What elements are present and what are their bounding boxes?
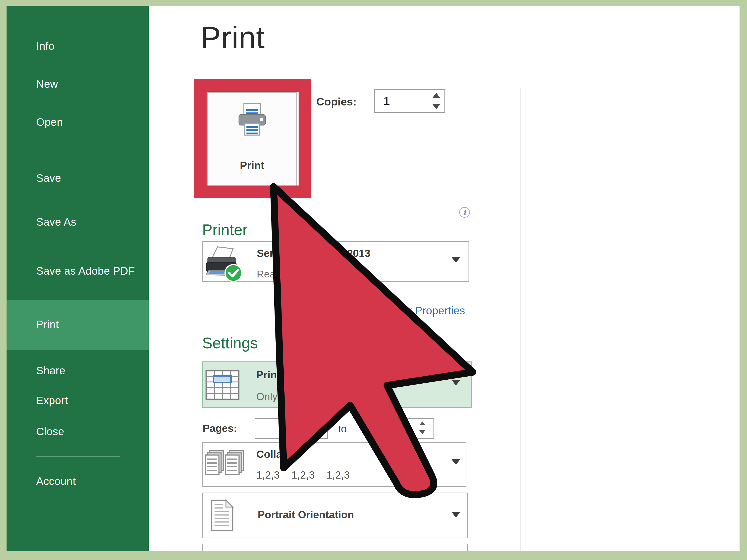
sidebar-item-save[interactable]: Save [36,172,61,184]
copies-value: 1 [383,94,390,108]
sidebar-active-highlight [6,300,149,350]
preview-pane-divider [520,88,520,551]
pages-from-increment-icon[interactable] [312,421,318,425]
sidebar-item-save-as[interactable]: Save As [36,216,76,228]
sidebar-item-print[interactable]: Print [36,318,59,331]
printer-device-icon [205,245,245,283]
page-title: Print [200,20,265,55]
print-what-title: Print Selection [256,369,330,381]
sidebar-divider [36,456,120,457]
sidebar-item-new[interactable]: New [36,78,58,90]
frame-border-top [0,0,747,6]
collation-subtitle: 1,2,3 1,2,3 1,2,3 [256,469,350,481]
printer-name: Send To OneNote 2013 [257,247,370,260]
frame-border-left [0,0,6,560]
sidebar-item-info[interactable]: Info [36,40,55,52]
sidebar-item-account[interactable]: Account [36,475,76,487]
collated-pages-icon [205,450,244,477]
sidebar-item-share[interactable]: Share [36,364,66,377]
sidebar-item-export[interactable]: Export [36,394,68,407]
sheet-selection-icon [205,370,239,400]
printer-section-heading: Printer [202,221,248,239]
sidebar-item-save-as-adobe-pdf[interactable]: Save as Adobe PDF [36,262,148,280]
sidebar-item-close[interactable]: Close [36,425,64,438]
frame-border-bottom [0,551,747,560]
sidebar-item-open[interactable]: Open [36,116,63,128]
pages-to-increment-icon[interactable] [419,421,425,425]
copies-increment-icon[interactable] [432,93,440,98]
annotation-red-rectangle [194,79,311,198]
pages-to-label: to [338,423,347,435]
portrait-document-icon [211,499,234,532]
orientation-title: Portrait Orientation [258,509,354,521]
copies-label: Copies: [316,95,357,108]
print-what-caret-icon[interactable] [452,380,460,385]
printer-dropdown-caret-icon[interactable] [452,257,460,263]
collation-caret-icon[interactable] [452,459,460,465]
pages-from-decrement-icon[interactable] [312,430,318,434]
pages-to-decrement-icon[interactable] [419,430,425,434]
pages-label: Pages: [203,422,237,434]
frame-border-right [740,0,747,560]
collation-title: Collated [256,448,298,460]
settings-section-heading: Settings [202,334,258,352]
print-what-subtitle: Only print the current selecti... [256,391,393,402]
excel-backstage-print-screen: Info New Open Save Save As Save as Adobe… [0,0,747,560]
orientation-caret-icon[interactable] [452,512,460,517]
printer-status: Ready [257,268,286,280]
info-icon[interactable]: i [459,207,470,218]
backstage-sidebar: Info New Open Save Save As Save as Adobe… [6,6,149,551]
copies-decrement-icon[interactable] [432,104,440,109]
printer-properties-link[interactable]: Printer Properties [350,304,465,317]
